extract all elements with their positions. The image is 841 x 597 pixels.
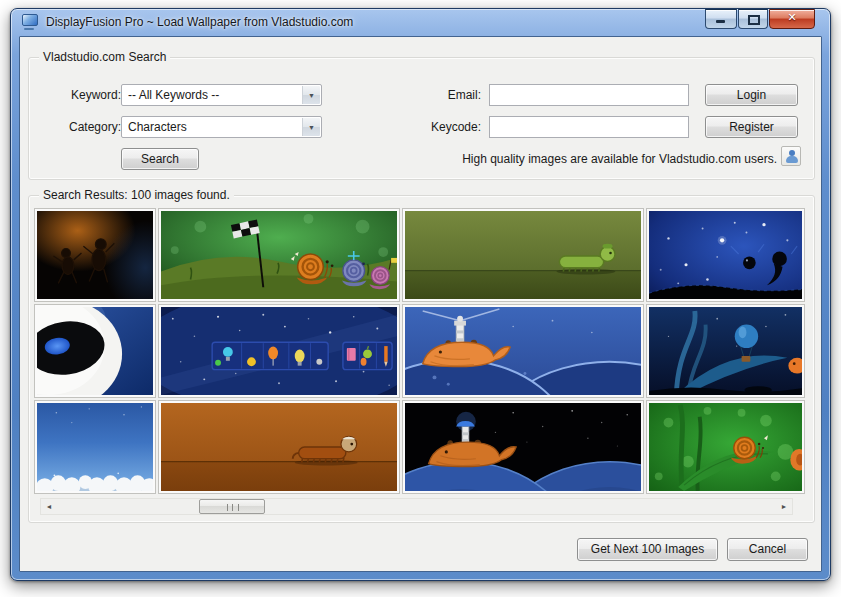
keyword-dropdown[interactable]: -- All Keywords -- ▼	[121, 84, 322, 106]
thumbnail-dancing-ants[interactable]	[35, 209, 155, 301]
maximize-icon	[748, 15, 760, 25]
thumbnail-whale-lighthouse-night[interactable]	[403, 401, 643, 493]
category-selected-value: Characters	[128, 117, 299, 137]
scroll-right-button[interactable]: ►	[776, 499, 792, 514]
minimize-icon	[716, 20, 725, 23]
thumbnail-snail-leaf[interactable]	[647, 401, 804, 493]
vladstudio-search-group: Vladstudio.com Search Keyword: -- All Ke…	[28, 57, 815, 180]
scroll-right-icon: ►	[781, 503, 788, 510]
displayfusion-window: DisplayFusion Pro ~ Load Wallpaper from …	[10, 8, 831, 581]
thumbnail-balloon-night[interactable]	[647, 305, 804, 397]
login-button[interactable]: Login	[705, 84, 798, 106]
search-results-group: Search Results: 100 images found.	[28, 195, 815, 523]
keycode-field[interactable]	[489, 116, 689, 138]
thumbnail-green-caterpillar[interactable]	[403, 209, 643, 301]
app-monitor-icon	[22, 14, 40, 30]
register-button[interactable]: Register	[705, 116, 798, 138]
email-field[interactable]	[489, 84, 689, 106]
scrollbar-grip-icon	[227, 504, 239, 511]
chevron-down-icon: ▼	[302, 118, 320, 136]
titlebar[interactable]: DisplayFusion Pro ~ Load Wallpaper from …	[11, 9, 830, 36]
search-group-title: Vladstudio.com Search	[39, 50, 170, 64]
thumbnail-white-robot[interactable]	[35, 305, 155, 397]
window-controls: ✕	[705, 9, 815, 29]
thumbnail-grid	[35, 209, 804, 493]
results-group-title: Search Results: 100 images found.	[39, 188, 234, 202]
minimize-button[interactable]	[705, 9, 737, 29]
scroll-left-button[interactable]: ◄	[41, 499, 57, 514]
category-label: Category:	[41, 116, 121, 138]
high-quality-note: High quality images are available for Vl…	[329, 152, 777, 166]
thumbnail-winking-sky[interactable]	[647, 209, 804, 301]
thumbnail-snail-race[interactable]	[159, 209, 399, 301]
dialog-content: Vladstudio.com Search Keyword: -- All Ke…	[19, 36, 822, 572]
maximize-button[interactable]	[738, 9, 768, 29]
thumbnail-clouds[interactable]	[35, 401, 155, 493]
close-button[interactable]: ✕	[769, 9, 815, 29]
keycode-label: Keycode:	[401, 116, 481, 138]
get-next-100-images-button[interactable]: Get Next 100 Images	[577, 538, 718, 561]
scrollbar-thumb[interactable]	[199, 499, 265, 514]
thumbnail-trinket-shelves[interactable]	[159, 305, 399, 397]
scroll-left-icon: ◄	[46, 503, 53, 510]
keyword-selected-value: -- All Keywords --	[128, 85, 299, 105]
thumbnail-orange-caterpillar[interactable]	[159, 401, 399, 493]
thumbnail-whale-lighthouse-day[interactable]	[403, 305, 643, 397]
search-button[interactable]: Search	[121, 148, 199, 170]
horizontal-scrollbar[interactable]: ◄ ►	[40, 498, 793, 515]
category-dropdown[interactable]: Characters ▼	[121, 116, 322, 138]
keyword-label: Keyword:	[41, 84, 121, 106]
chevron-down-icon: ▼	[302, 86, 320, 104]
email-label: Email:	[401, 84, 481, 106]
window-title: DisplayFusion Pro ~ Load Wallpaper from …	[46, 9, 353, 36]
vladstudio-user-icon[interactable]	[781, 146, 801, 166]
cancel-button[interactable]: Cancel	[727, 538, 808, 561]
close-icon: ✕	[770, 11, 814, 24]
